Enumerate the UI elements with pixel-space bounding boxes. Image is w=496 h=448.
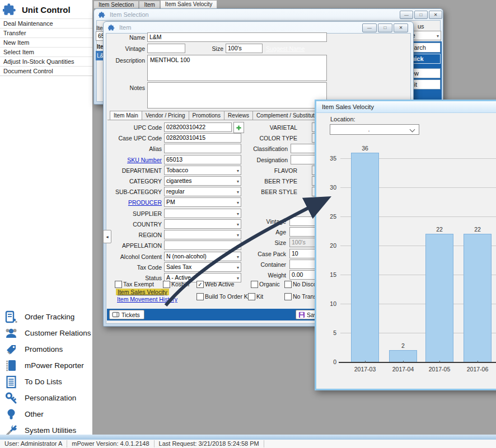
kit-checkbox[interactable] <box>248 293 255 300</box>
size-input[interactable]: 100's <box>226 44 263 53</box>
producer-dropdown[interactable]: PM <box>164 197 241 207</box>
mdi-tab-item[interactable]: Item <box>139 1 160 8</box>
tax-code-label: Tax Code <box>108 264 162 271</box>
tax-exempt-checkbox-label: Tax Exempt <box>123 281 154 287</box>
tickets-button[interactable]: Tickets <box>109 310 144 319</box>
bar-value-label: 36 <box>350 145 380 152</box>
minimize-button[interactable]: — <box>362 23 377 32</box>
maximize-button[interactable]: □ <box>378 23 392 32</box>
sidebar-nav-mpower-reporter[interactable]: mPower Reporter <box>0 357 92 374</box>
x-tick-mark <box>439 361 440 363</box>
personalization-icon <box>4 392 18 405</box>
x-tick-mark <box>365 361 366 363</box>
mdi-tab-item-sales-velocity[interactable]: Item Sales Velocity <box>160 0 217 8</box>
no-discou-checkbox[interactable] <box>284 281 292 288</box>
chart-bar <box>425 234 453 362</box>
tax-exempt-checkbox[interactable] <box>115 281 122 288</box>
order-tracking-icon <box>4 310 18 324</box>
kosher-checkbox[interactable] <box>163 281 170 288</box>
item-movement-history-link[interactable]: Item Movement History <box>117 296 177 303</box>
chevron-down-icon <box>410 127 415 133</box>
producer-label[interactable]: PRODUCER <box>108 199 162 206</box>
sidebar-nav-customer-relations[interactable]: Customer Relations <box>0 325 92 341</box>
sidebar-nav-promotions[interactable]: Promotions <box>0 341 92 357</box>
department-dropdown[interactable]: Tobacco <box>164 166 241 175</box>
window-title: Item Sales Velocity <box>322 103 374 110</box>
vintage-input[interactable] <box>147 44 185 53</box>
chart-bar <box>464 234 492 362</box>
minimize-button[interactable]: — <box>400 11 413 19</box>
case-upc-code-label: Case UPC Code <box>108 135 162 142</box>
supplier-dropdown[interactable] <box>164 209 241 218</box>
upc-code-input[interactable]: 028200310422 <box>164 122 232 132</box>
maximize-button[interactable]: □ <box>414 11 428 19</box>
nav-label: Customer Relations <box>25 329 91 337</box>
sidebar-item-document-control[interactable]: Document Control <box>0 66 92 76</box>
sidebar-item-select-item[interactable]: Select Item <box>0 47 92 56</box>
sub-category-dropdown[interactable]: regular <box>164 187 241 196</box>
tab-complement-substitute[interactable]: Complement / Substitute <box>253 111 322 120</box>
alcohol-content-label: Alcohol Content <box>108 253 162 260</box>
application-window: Item SelectionItemItem Sales Velocity Un… <box>0 0 496 448</box>
sidebar-title: Unit Control <box>22 5 71 15</box>
item-sales-velocity-link[interactable]: Item Sales Velocity <box>116 289 169 295</box>
sub-category-label: SUB-CATEGORY <box>108 188 162 195</box>
tickets-button-label: Tickets <box>121 312 140 318</box>
sku-number-label[interactable]: SKU Number <box>108 157 162 163</box>
status-label-fragment: us <box>418 23 424 30</box>
y-tick-label: 30 <box>316 184 336 191</box>
y-tick-label: 10 <box>316 300 336 307</box>
suggest-name-link[interactable]: Suggest Name <box>266 45 305 52</box>
category-dropdown[interactable]: cigarettes <box>164 176 241 186</box>
organic-checkbox[interactable] <box>251 281 258 288</box>
description-textarea[interactable]: MENTHOL 100 <box>147 55 327 81</box>
sidebar-nav: Order TrackingCustomer RelationsPromotio… <box>0 309 92 438</box>
status-version: mPower Version: 4.0.1.2148 <box>67 440 154 447</box>
notes-textarea[interactable] <box>147 82 327 109</box>
tab-item-main[interactable]: Item Main <box>110 111 142 120</box>
promotions-icon <box>4 343 18 356</box>
container-label: Container <box>230 261 286 268</box>
sidebar-nav-other[interactable]: Other <box>0 406 92 422</box>
case-upc-code-input[interactable]: 028200310415 <box>164 133 241 143</box>
window-title: Item <box>119 24 131 31</box>
sidebar-item-transfer[interactable]: Transfer <box>0 28 92 37</box>
sidebar-item-deal-maintenance[interactable]: Deal Maintenance <box>0 18 92 28</box>
organic-checkbox-label: Organic <box>259 281 280 287</box>
save-icon <box>298 312 305 318</box>
no-transf-checkbox[interactable] <box>284 293 292 300</box>
sidebar-nav-to-do-lists[interactable]: To Do Lists <box>0 374 92 390</box>
y-tick-label: 25 <box>316 213 336 220</box>
name-input[interactable]: L&M <box>147 32 327 42</box>
y-tick-label: 35 <box>316 155 336 162</box>
tab-reviews[interactable]: Reviews <box>224 111 253 120</box>
tab-promotions[interactable]: Promotions <box>189 111 225 120</box>
y-tick-label: 20 <box>316 242 336 249</box>
tab-vendor-pricing[interactable]: Vendor / Pricing <box>142 111 189 120</box>
close-button[interactable]: ✕ <box>429 11 442 19</box>
close-button[interactable]: ✕ <box>394 23 408 32</box>
mdi-tab-item-selection[interactable]: Item Selection <box>93 1 139 8</box>
customer-relations-icon <box>4 327 18 340</box>
item-tab-strip: Item MainVendor / PricingPromotionsRevie… <box>110 111 339 120</box>
upc-code-label: UPC Code <box>108 124 162 131</box>
sku-number-input[interactable]: 65013 <box>164 155 241 164</box>
location-dropdown[interactable]: . <box>330 124 419 135</box>
sidebar-nav-personalization[interactable]: Personalization <box>0 390 92 406</box>
build-to-order-kit-checkbox[interactable] <box>196 293 204 300</box>
web-active-checkbox-label: Web Active <box>205 281 234 287</box>
sidebar-nav-order-tracking[interactable]: Order Tracking <box>0 309 92 325</box>
designation-label: Designation <box>232 157 288 163</box>
sidebar-item-adjust-in-stock-quantities[interactable]: Adjust In-Stock Quantities <box>0 56 92 66</box>
country-label: COUNTRY <box>108 221 162 228</box>
sidebar-item-new-item[interactable]: New Item <box>0 37 92 47</box>
web-active-checkbox[interactable]: ✓ <box>196 281 204 288</box>
kit-checkbox-label: Kit <box>256 293 263 300</box>
notes-label: Notes <box>108 84 145 91</box>
size-label: Size <box>188 45 223 52</box>
kosher-checkbox-label: Kosher <box>171 281 190 287</box>
alias-input[interactable] <box>164 144 241 153</box>
mpower-reporter-icon <box>4 359 18 372</box>
color-type-label: COLOR TYPE <box>241 135 297 142</box>
appellation-label: APPELLATION <box>108 242 162 249</box>
